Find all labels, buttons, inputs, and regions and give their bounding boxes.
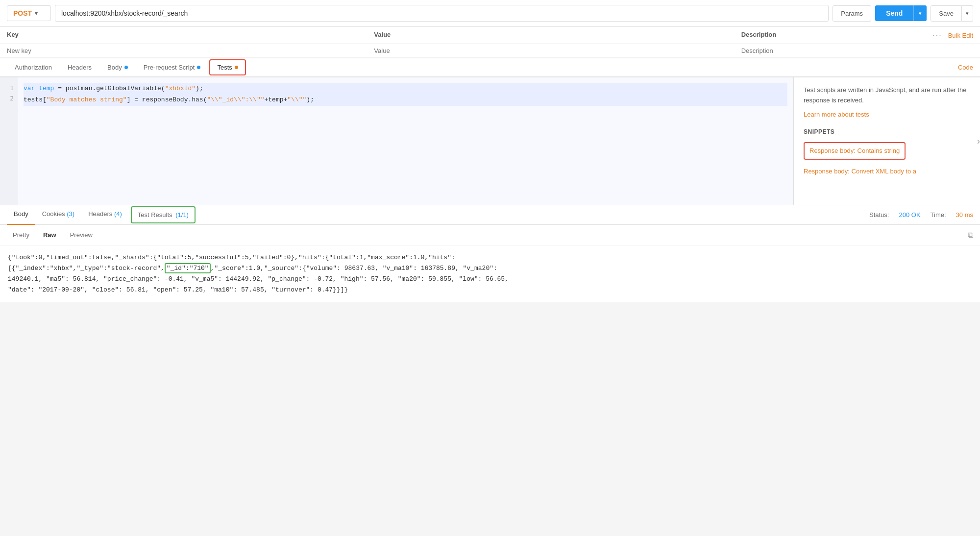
- learn-more-link[interactable]: Learn more about tests: [804, 111, 869, 118]
- snippet-contains-string[interactable]: Response body: Contains string: [804, 142, 906, 160]
- status-value: 200 OK: [899, 211, 920, 219]
- tests-tab-label: Tests: [217, 64, 232, 71]
- time-value: 30 ms: [956, 211, 973, 219]
- resp-tab-cookies[interactable]: Cookies (3): [35, 205, 81, 225]
- resp-tab-headers[interactable]: Headers (4): [81, 205, 129, 225]
- tab-headers[interactable]: Headers: [60, 58, 99, 77]
- resp-tab-test-results-wrapper: Test Results (1/1): [131, 206, 196, 223]
- tab-body[interactable]: Body: [99, 58, 136, 77]
- method-label: POST: [13, 9, 32, 17]
- status-info: Status: 200 OK Time: 30 ms: [869, 211, 973, 219]
- right-panel-wrapper: Test scripts are written in JavaScript, …: [794, 77, 980, 205]
- save-button-group: Save ▾: [931, 5, 973, 22]
- json-output: {"took":0,"timed_out":false,"_shards":{"…: [0, 245, 980, 302]
- save-dropdown-button[interactable]: ▾: [962, 5, 973, 22]
- main-content: 1 2 var temp = postman.getGlobalVariable…: [0, 77, 980, 205]
- new-desc-input[interactable]: [741, 47, 973, 54]
- resp-tab-test-results[interactable]: Test Results (1/1): [138, 211, 189, 219]
- tab-authorization[interactable]: Authorization: [7, 58, 60, 77]
- body-dot-indicator: [124, 66, 128, 69]
- resp-tab-body[interactable]: Body: [7, 205, 35, 225]
- method-selector[interactable]: POST ▾: [7, 5, 51, 21]
- params-button[interactable]: Params: [833, 5, 871, 22]
- request-tabs-bar: Authorization Headers Body Pre-request S…: [0, 58, 980, 77]
- tab-tests[interactable]: Tests: [208, 58, 246, 77]
- tab-prerequest[interactable]: Pre-request Script: [136, 58, 209, 77]
- snippets-title: SNIPPETS: [804, 127, 970, 137]
- send-button-group: Send ▾: [875, 5, 927, 21]
- new-value-input[interactable]: [374, 47, 741, 54]
- right-panel: Test scripts are written in JavaScript, …: [794, 77, 980, 188]
- response-area: Body Cookies (3) Headers (4) Test Result…: [0, 205, 980, 302]
- expand-panel-icon[interactable]: ›: [977, 136, 980, 146]
- json-line-2: [{"_index":"xhbx","_type":"stock-record"…: [8, 263, 972, 274]
- id-highlight: "_id":"710": [165, 263, 211, 273]
- more-options-icon[interactable]: ···: [932, 31, 942, 40]
- prerequest-dot-indicator: [197, 66, 200, 69]
- fmt-tab-pretty[interactable]: Pretty: [7, 229, 35, 241]
- snippet-description: Test scripts are written in JavaScript, …: [804, 85, 970, 106]
- method-chevron-icon: ▾: [35, 10, 38, 17]
- line-num-1: 1: [4, 83, 14, 94]
- col-value-header: Value: [374, 31, 741, 40]
- col-key-header: Key: [7, 31, 374, 40]
- fmt-tab-preview[interactable]: Preview: [64, 229, 98, 241]
- code-link[interactable]: Code: [958, 64, 973, 71]
- status-label: Status:: [869, 211, 889, 219]
- params-empty-row: [0, 44, 980, 58]
- snippet-convert-xml[interactable]: Response body: Convert XML body to a: [804, 167, 970, 177]
- format-tabs: Pretty Raw Preview: [7, 229, 98, 241]
- code-line-1: var temp = postman.getGlobalVariable("xh…: [24, 83, 787, 95]
- response-tabs-bar: Body Cookies (3) Headers (4) Test Result…: [0, 205, 980, 225]
- new-key-input[interactable]: [7, 47, 374, 54]
- copy-icon[interactable]: ⧉: [968, 231, 973, 240]
- json-line-3: 149240.1, "ma5": 56.814, "price_change":…: [8, 274, 972, 285]
- save-button[interactable]: Save: [931, 5, 962, 22]
- send-dropdown-button[interactable]: ▾: [913, 5, 927, 21]
- line-num-2: 2: [4, 94, 14, 104]
- url-input[interactable]: [55, 5, 829, 22]
- request-tabs: Authorization Headers Body Pre-request S…: [7, 58, 247, 76]
- code-editor: 1 2 var temp = postman.getGlobalVariable…: [0, 77, 794, 205]
- response-tabs: Body Cookies (3) Headers (4) Test Result…: [7, 205, 197, 224]
- format-bar: Pretty Raw Preview ⧉: [0, 225, 980, 245]
- col-actions: ··· Bulk Edit: [932, 31, 973, 40]
- line-numbers: 1 2: [0, 77, 18, 205]
- code-content[interactable]: var temp = postman.getGlobalVariable("xh…: [18, 77, 793, 205]
- time-label: Time:: [931, 211, 946, 219]
- snippet-1-wrapper: Response body: Contains string: [804, 142, 970, 163]
- json-line-4: "date": "2017-09-20", "close": 56.81, "o…: [8, 285, 972, 295]
- send-button[interactable]: Send: [875, 5, 913, 21]
- params-table: Key Value Description ··· Bulk Edit: [0, 27, 980, 58]
- col-desc-header: Description: [741, 31, 933, 40]
- tests-dot-indicator: [235, 66, 238, 69]
- bulk-edit-link[interactable]: Bulk Edit: [948, 32, 973, 39]
- json-line-1: {"took":0,"timed_out":false,"_shards":{"…: [8, 252, 972, 263]
- code-line-2: tests["Body matches string"] = responseB…: [24, 95, 787, 106]
- params-header: Key Value Description ··· Bulk Edit: [0, 27, 980, 44]
- top-bar: POST ▾ Params Send ▾ Save ▾: [0, 0, 980, 27]
- fmt-tab-raw[interactable]: Raw: [37, 229, 62, 241]
